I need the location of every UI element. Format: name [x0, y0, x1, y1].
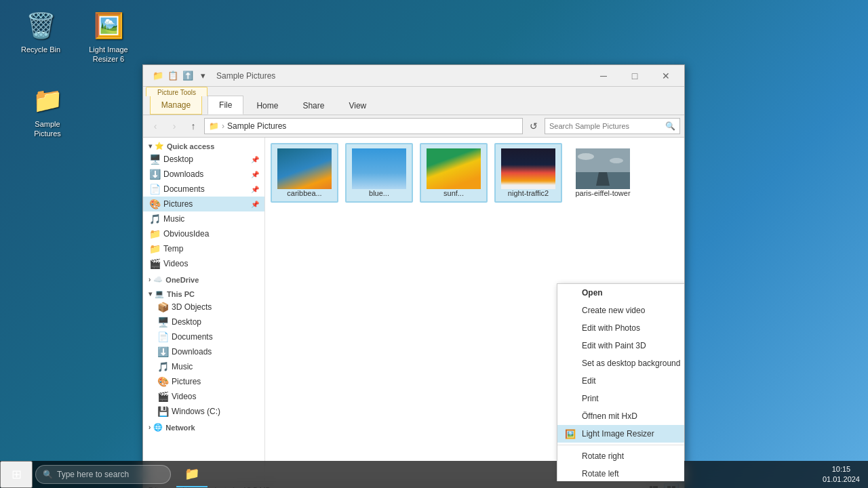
address-path[interactable]: 📁 › Sample Pictures — [204, 118, 523, 134]
ribbon: Picture Tools Manage File Home Share Vie… — [143, 87, 684, 115]
recycle-bin-icon[interactable]: 🗑️ Recycle Bin — [14, 7, 68, 57]
close-button[interactable]: ✕ — [650, 65, 682, 87]
window-controls: ─ □ ✕ — [588, 65, 682, 87]
sample-pictures-icon[interactable]: 📁 Sample Pictures — [20, 81, 75, 142]
ctx-create-video[interactable]: Create new video — [557, 302, 684, 319]
sidebar-item-downloads-pc[interactable]: ⬇️ Downloads — [143, 344, 264, 359]
quick-access-label: Quick access — [167, 142, 214, 150]
sidebar-item-music-pc[interactable]: 🎵 Music — [143, 359, 264, 374]
search-icon: 🔍 — [665, 121, 675, 131]
ctx-open-hxd[interactable]: Öffnen mit HxD — [557, 407, 684, 425]
sidebar-videos-pc-label: Videos — [172, 392, 196, 401]
sidebar-music-pc-label: Music — [172, 362, 193, 371]
tab-home[interactable]: Home — [245, 96, 290, 115]
ctx-rotate-right[interactable]: Rotate right — [557, 447, 684, 465]
toolbar-dropdown-btn[interactable]: ▾ — [196, 69, 210, 83]
recycle-bin-label: Recycle Bin — [21, 45, 60, 54]
sidebar-item-temp-label: Temp — [163, 244, 183, 253]
tab-file[interactable]: File — [208, 96, 243, 115]
maximize-button[interactable]: □ — [619, 65, 650, 87]
sidebar-item-documents-label: Documents — [163, 184, 205, 194]
sidebar-item-videos-pc[interactable]: 🎬 Videos — [143, 389, 264, 404]
sidebar-downloads-pc-label: Downloads — [172, 347, 212, 357]
sidebar-item-downloads-label: Downloads — [163, 169, 203, 179]
svg-point-8 — [610, 158, 623, 163]
title-bar: 📁 📋 ⬆️ ▾ Sample Pictures ─ □ ✕ — [143, 65, 684, 87]
sidebar-pictures-pc-label: Pictures — [172, 377, 201, 386]
sidebar-item-windows-c[interactable]: 💾 Windows (C:) — [143, 404, 264, 419]
up-button[interactable]: ↑ — [185, 118, 201, 134]
taskbar-search[interactable]: 🔍 Type here to search — [35, 465, 171, 484]
search-icon: 🔍 — [43, 470, 53, 479]
navigation-pane: ▾ ⭐ Quick access 🖥️ Desktop 📌 ⬇️ Downloa… — [143, 138, 265, 481]
search-box[interactable]: 🔍 — [545, 118, 680, 134]
folder-icon[interactable]: 📁 — [151, 69, 165, 83]
file-name-night-traffic: night-traffic2 — [508, 189, 549, 197]
sidebar-item-desktop[interactable]: 🖥️ Desktop 📌 — [143, 152, 264, 167]
file-item-sunflower[interactable]: sunf... — [420, 143, 488, 203]
sidebar-item-music[interactable]: 🎵 Music — [143, 211, 264, 226]
network-label: Network — [165, 424, 195, 432]
sidebar-item-pictures-pc[interactable]: 🎨 Pictures — [143, 374, 264, 389]
network-header[interactable]: › 🌐 Network — [143, 419, 264, 433]
sidebar-item-3dobjects[interactable]: 📦 3D Objects — [143, 300, 264, 314]
file-name-blue: blue... — [369, 189, 389, 197]
onedrive-label: OneDrive — [165, 276, 199, 284]
tab-share[interactable]: Share — [291, 96, 336, 115]
taskbar-clock: 10:15 01.01.2024 — [823, 464, 860, 485]
sidebar-item-obviousidea[interactable]: 📁 ObviousIdea — [143, 226, 264, 241]
sidebar-item-downloads[interactable]: ⬇️ Downloads 📌 — [143, 167, 264, 182]
sidebar-item-desktop-pc[interactable]: 🖥️ Desktop — [143, 314, 264, 329]
back-button[interactable]: ‹ — [147, 118, 163, 134]
onedrive-header[interactable]: › ☁️ OneDrive — [143, 271, 264, 285]
ctx-edit-photos[interactable]: Edit with Photos — [557, 319, 684, 337]
ctx-rotate-left[interactable]: Rotate left — [557, 465, 684, 481]
sidebar-desktop-pc-label: Desktop — [172, 317, 201, 327]
sidebar-windows-c-label: Windows (C:) — [172, 407, 220, 416]
quick-access-toolbar: 📁 📋 ⬆️ ▾ Sample Pictures — [146, 68, 588, 84]
quick-access-header[interactable]: ▾ ⭐ Quick access — [143, 138, 264, 152]
taskbar-date: 01.01.2024 — [823, 474, 860, 485]
undo-toolbar-btn[interactable]: ⬆️ — [181, 69, 195, 83]
sidebar-item-documents[interactable]: 📄 Documents 📌 — [143, 182, 264, 197]
this-pc-header[interactable]: ▾ 💻 This PC — [143, 285, 264, 300]
tab-manage[interactable]: Manage — [150, 96, 202, 115]
refresh-button[interactable]: ↺ — [526, 118, 542, 134]
ctx-open[interactable]: Open — [557, 284, 684, 302]
ctx-edit-paint3d[interactable]: Edit with Paint 3D — [557, 337, 684, 354]
sidebar-item-pictures-label: Pictures — [163, 199, 193, 209]
light-image-resizer-icon[interactable]: 🖼️ Light Image Resizer 6 — [81, 7, 136, 67]
path-arrow: › — [222, 121, 224, 131]
file-grid: caribbea... blue... sunf... night-traffi… — [271, 143, 679, 203]
ctx-set-desktop-bg[interactable]: Set as desktop background — [557, 354, 684, 372]
file-item-paris[interactable]: paris-eiffel-tower — [569, 143, 637, 203]
search-input[interactable] — [549, 122, 663, 130]
ctx-edit[interactable]: Edit — [557, 372, 684, 390]
file-name-sunflower: sunf... — [443, 189, 464, 197]
start-button[interactable]: ⊞ — [0, 461, 33, 488]
main-content: ▾ ⭐ Quick access 🖥️ Desktop 📌 ⬇️ Downloa… — [143, 138, 684, 481]
pin-toolbar-btn[interactable]: 📋 — [166, 69, 180, 83]
ribbon-tabs: Picture Tools Manage File Home Share Vie… — [143, 87, 684, 115]
sample-pictures-label: Sample Pictures — [23, 119, 72, 139]
sidebar-item-desktop-label: Desktop — [163, 155, 193, 164]
sidebar-item-pictures[interactable]: 🎨 Pictures 📌 — [143, 197, 264, 211]
file-item-night-traffic[interactable]: night-traffic2 — [494, 143, 562, 203]
taskbar: ⊞ 🔍 Type here to search 📁 10:15 01.01.20… — [0, 461, 868, 488]
sidebar-3dobjects-label: 3D Objects — [172, 302, 212, 312]
sidebar-item-documents-pc[interactable]: 📄 Documents — [143, 329, 264, 344]
sidebar-documents-pc-label: Documents — [172, 332, 213, 342]
file-explorer-window: 📁 📋 ⬆️ ▾ Sample Pictures ─ □ ✕ Picture T… — [142, 64, 685, 488]
taskbar-time: 10:15 — [823, 464, 860, 474]
ctx-print[interactable]: Print — [557, 390, 684, 407]
file-item-caribbean[interactable]: caribbea... — [271, 143, 338, 203]
tab-view[interactable]: View — [337, 96, 378, 115]
sidebar-item-temp[interactable]: 📁 Temp — [143, 241, 264, 256]
minimize-button[interactable]: ─ — [588, 65, 619, 87]
forward-button[interactable]: › — [166, 118, 182, 134]
taskbar-explorer-app[interactable]: 📁 — [176, 462, 208, 487]
ctx-light-image-resizer[interactable]: 🖼️ Light Image Resizer — [557, 425, 684, 443]
sidebar-item-videos[interactable]: 🎬 Videos — [143, 256, 264, 271]
file-item-blue[interactable]: blue... — [345, 143, 413, 203]
file-name-paris: paris-eiffel-tower — [575, 189, 630, 197]
